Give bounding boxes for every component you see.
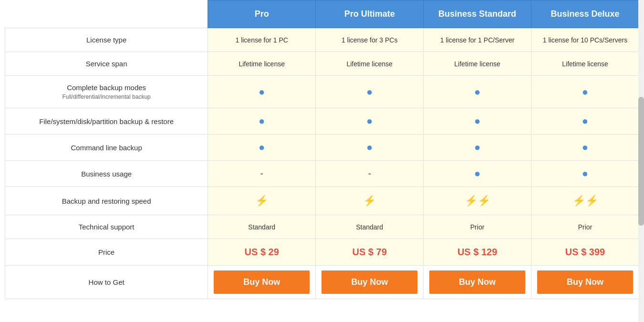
complete-backup-business-standard: ● — [424, 76, 531, 108]
plan-header-business-standard: Business Standard — [424, 0, 531, 28]
dash-icon: - — [368, 169, 371, 178]
plan-header-pro: Pro — [208, 0, 316, 28]
license-type-business-deluxe: 1 license for 10 PCs/Servers — [531, 28, 639, 52]
buy-cell-business-deluxe: Buy Now — [531, 266, 639, 299]
lightning-icon: ⚡ — [363, 195, 376, 207]
feature-license-type: License type — [5, 28, 208, 52]
check-dot-icon: ● — [474, 141, 480, 153]
complete-backup-business-deluxe: ● — [531, 76, 639, 108]
empty-header — [5, 0, 208, 28]
row-license-type: License type 1 license for 1 PC 1 licens… — [5, 28, 639, 52]
business-usage-pro-ultimate: - — [316, 161, 424, 187]
command-line-pro-ultimate: ● — [316, 135, 424, 161]
feature-complete-backup: Complete backup modes Full/differential/… — [5, 76, 208, 108]
business-usage-business-deluxe: ● — [531, 161, 639, 187]
service-span-pro-ultimate: Lifetime license — [316, 52, 424, 76]
buy-cell-pro-ultimate: Buy Now — [316, 266, 424, 299]
complete-backup-pro: ● — [208, 76, 316, 108]
price-pro: US $ 29 — [208, 239, 316, 266]
buy-now-button-business-standard[interactable]: Buy Now — [429, 270, 525, 294]
buy-now-button-pro[interactable]: Buy Now — [214, 270, 310, 294]
buy-now-button-pro-ultimate[interactable]: Buy Now — [322, 270, 417, 294]
service-span-pro: Lifetime license — [208, 52, 316, 76]
check-dot-icon: ● — [474, 86, 480, 98]
technical-support-business-standard: Prior — [424, 215, 531, 239]
check-dot-icon: ● — [259, 141, 265, 153]
check-dot-icon: ● — [366, 115, 373, 127]
service-span-business-deluxe: Lifetime license — [531, 52, 639, 76]
check-dot-icon: ● — [582, 115, 588, 127]
row-business-usage: Business usage - - ● ● — [5, 161, 639, 187]
scrollbar-track[interactable] — [638, 0, 644, 322]
command-line-business-deluxe: ● — [531, 135, 639, 161]
buy-now-button-business-deluxe[interactable]: Buy Now — [537, 270, 633, 294]
backup-speed-business-deluxe: ⚡⚡ — [531, 187, 639, 215]
price-pro-ultimate: US $ 79 — [316, 239, 424, 266]
check-dot-icon: ● — [259, 86, 265, 98]
feature-how-to-get: How to Get — [5, 266, 208, 299]
command-line-business-standard: ● — [424, 135, 531, 161]
comparison-table-wrapper: Pro Pro Ultimate Business Standard Busin… — [0, 0, 644, 299]
buy-cell-pro: Buy Now — [208, 266, 316, 299]
backup-speed-business-standard: ⚡⚡ — [424, 187, 531, 215]
row-complete-backup: Complete backup modes Full/differential/… — [5, 76, 639, 108]
file-system-pro-ultimate: ● — [316, 108, 424, 135]
scrollbar-thumb[interactable] — [638, 97, 644, 226]
file-system-business-deluxe: ● — [531, 108, 639, 135]
feature-service-span: Service span — [5, 52, 208, 76]
business-usage-pro: - — [208, 161, 316, 187]
backup-speed-pro: ⚡ — [208, 187, 316, 215]
feature-backup-speed: Backup and restoring speed — [5, 187, 208, 215]
row-backup-speed: Backup and restoring speed ⚡ ⚡ ⚡⚡ ⚡⚡ — [5, 187, 639, 215]
check-dot-icon: ● — [582, 141, 588, 153]
price-business-deluxe: US $ 399 — [531, 239, 639, 266]
dash-icon: - — [260, 169, 263, 178]
business-usage-business-standard: ● — [424, 161, 531, 187]
license-type-pro: 1 license for 1 PC — [208, 28, 316, 52]
check-dot-icon: ● — [259, 115, 265, 127]
plan-header-business-deluxe: Business Deluxe — [531, 0, 639, 28]
feature-technical-support: Technical support — [5, 215, 208, 239]
row-command-line: Command line backup ● ● ● ● — [5, 135, 639, 161]
command-line-pro: ● — [208, 135, 316, 161]
technical-support-business-deluxe: Prior — [531, 215, 639, 239]
row-technical-support: Technical support Standard Standard Prio… — [5, 215, 639, 239]
technical-support-pro-ultimate: Standard — [316, 215, 424, 239]
check-dot-icon: ● — [582, 167, 588, 179]
comparison-table: Pro Pro Ultimate Business Standard Busin… — [5, 0, 639, 299]
service-span-business-standard: Lifetime license — [424, 52, 531, 76]
feature-command-line: Command line backup — [5, 135, 208, 161]
lightning-icon: ⚡⚡ — [572, 195, 598, 207]
check-dot-icon: ● — [582, 86, 588, 98]
file-system-business-standard: ● — [424, 108, 531, 135]
file-system-pro: ● — [208, 108, 316, 135]
feature-price: Price — [5, 239, 208, 266]
license-type-pro-ultimate: 1 license for 3 PCs — [316, 28, 424, 52]
feature-file-system: File/system/disk/partition backup & rest… — [5, 108, 208, 135]
lightning-icon: ⚡ — [255, 195, 268, 207]
row-file-system: File/system/disk/partition backup & rest… — [5, 108, 639, 135]
buy-cell-business-standard: Buy Now — [424, 266, 531, 299]
price-business-standard: US $ 129 — [424, 239, 531, 266]
complete-backup-pro-ultimate: ● — [316, 76, 424, 108]
row-service-span: Service span Lifetime license Lifetime l… — [5, 52, 639, 76]
backup-speed-pro-ultimate: ⚡ — [316, 187, 424, 215]
row-price: Price US $ 29 US $ 79 US $ 129 US $ 399 — [5, 239, 639, 266]
license-type-business-standard: 1 license for 1 PC/Server — [424, 28, 531, 52]
check-dot-icon: ● — [366, 141, 373, 153]
check-dot-icon: ● — [474, 115, 480, 127]
check-dot-icon: ● — [474, 167, 480, 179]
row-how-to-get: How to Get Buy Now Buy Now Buy Now — [5, 266, 639, 299]
feature-business-usage: Business usage — [5, 161, 208, 187]
lightning-icon: ⚡⚡ — [465, 195, 490, 207]
check-dot-icon: ● — [366, 86, 373, 98]
plan-header-pro-ultimate: Pro Ultimate — [316, 0, 424, 28]
technical-support-pro: Standard — [208, 215, 316, 239]
